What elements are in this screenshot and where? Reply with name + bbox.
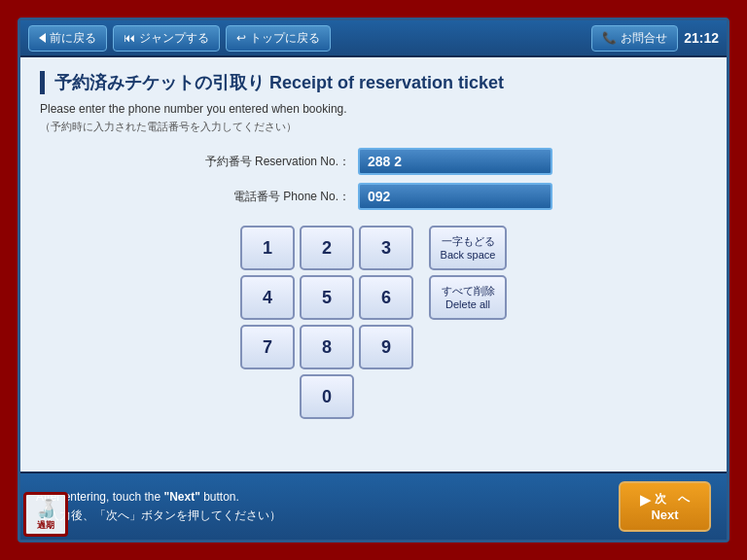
keypad-grid: 1 2 3 4 5 6 7 8 9 0: [240, 226, 413, 419]
clock-display: 21:12: [684, 30, 719, 46]
key-4[interactable]: 4: [240, 275, 295, 320]
subtitle-ja: （予約時に入力された電話番号を入力してください）: [40, 120, 707, 134]
delete-en: Delete all: [445, 298, 490, 311]
instruction-ja: （入力後、「次へ」ボタンを押してください）: [36, 508, 281, 522]
jump-label: ジャンプする: [139, 30, 209, 47]
key-3[interactable]: 3: [359, 226, 413, 270]
next-ja-label: 次 へ: [655, 491, 690, 508]
nav-bar: 前に戻る ⏮ ジャンプする ↩ トップに戻る 📞 お問合せ 21:12: [20, 20, 727, 57]
stamp-overlay: 🍶 過期: [23, 492, 68, 537]
bottom-bar: After entering, touch the "Next" button.…: [20, 472, 727, 540]
delete-all-button[interactable]: すべて削除 Delete all: [429, 275, 507, 320]
contact-label: お問合せ: [621, 30, 667, 47]
back-label: 前に戻る: [50, 30, 96, 47]
key-1[interactable]: 1: [240, 226, 295, 270]
backspace-button[interactable]: 一字もどる Back space: [429, 226, 507, 270]
back-button[interactable]: 前に戻る: [28, 25, 107, 52]
form-area: 予約番号 Reservation No.： 288 2 電話番号 Phone N…: [40, 148, 707, 210]
phone-input[interactable]: 092: [358, 183, 552, 210]
subtitle: Please enter the phone number you entere…: [40, 102, 707, 116]
refresh-icon: ↩: [236, 31, 246, 45]
stamp-text: 過期: [37, 519, 54, 532]
delete-ja: すべて削除: [442, 284, 495, 298]
next-highlight: "Next": [163, 490, 199, 504]
backspace-en: Back space: [441, 248, 496, 262]
jump-button[interactable]: ⏮ ジャンプする: [113, 25, 220, 52]
keypad-area: 1 2 3 4 5 6 7 8 9 0 一字もどる Back space すべて…: [40, 226, 707, 419]
top-label: トップに戻る: [250, 30, 320, 47]
phone-label: 電話番号 Phone No.：: [195, 189, 350, 205]
phone-icon: 📞: [602, 31, 617, 45]
arrow-left-icon: [39, 33, 46, 43]
instruction-end: button.: [203, 490, 239, 504]
stamp-icon: 🍶: [35, 498, 56, 519]
jump-icon: ⏮: [124, 31, 135, 45]
bottom-instruction: After entering, touch the "Next" button.…: [36, 488, 619, 525]
key-0[interactable]: 0: [300, 374, 354, 419]
kiosk-screen: 前に戻る ⏮ ジャンプする ↩ トップに戻る 📞 お問合せ 21:12 予約済み…: [18, 18, 729, 542]
reservation-input[interactable]: 288 2: [358, 148, 552, 175]
backspace-ja: 一字もどる: [442, 234, 495, 248]
side-buttons: 一字もどる Back space すべて削除 Delete all: [429, 226, 507, 320]
play-icon: ▶: [640, 492, 651, 508]
reservation-label: 予約番号 Reservation No.：: [195, 154, 350, 170]
next-en-label: Next: [651, 508, 678, 522]
next-button[interactable]: ▶ 次 へ Next: [619, 481, 711, 532]
reservation-row: 予約番号 Reservation No.： 288 2: [195, 148, 552, 175]
key-6[interactable]: 6: [359, 275, 413, 320]
key-9[interactable]: 9: [359, 325, 413, 369]
key-2[interactable]: 2: [300, 226, 354, 270]
page-title: 予約済みチケットの引取り Receipt of reservation tick…: [40, 71, 707, 94]
top-button[interactable]: ↩ トップに戻る: [226, 25, 331, 52]
key-7[interactable]: 7: [240, 325, 295, 369]
contact-info: 📞 お問合せ: [591, 25, 678, 52]
key-8[interactable]: 8: [300, 325, 354, 369]
phone-row: 電話番号 Phone No.： 092: [195, 183, 552, 210]
main-content: 予約済みチケットの引取り Receipt of reservation tick…: [20, 57, 727, 472]
next-icon-row: ▶ 次 へ: [640, 491, 690, 508]
key-5[interactable]: 5: [300, 275, 354, 320]
